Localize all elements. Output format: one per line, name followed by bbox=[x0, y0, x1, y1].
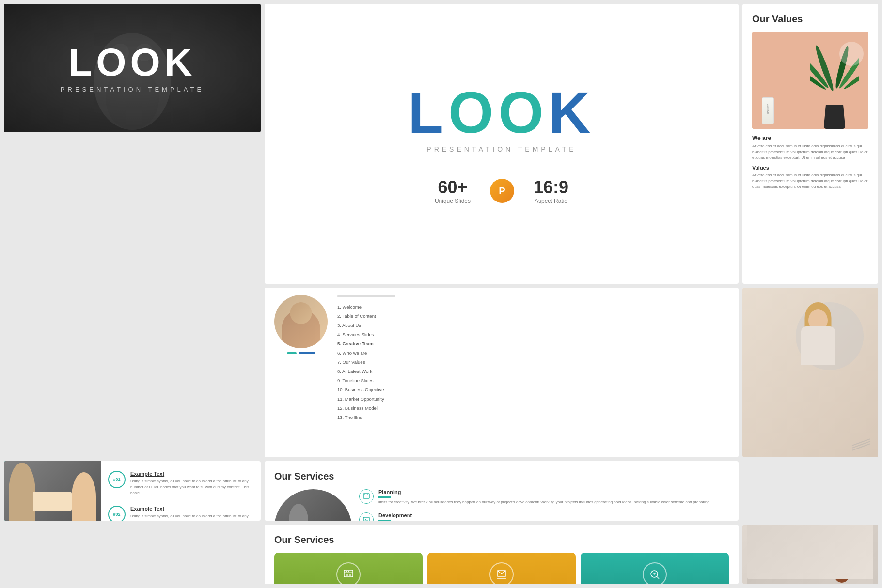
toc-item-11: 11. Market Opportunity bbox=[337, 394, 729, 403]
slide1-subtitle: PRESENTATION TEMPLATE bbox=[61, 86, 204, 93]
services-list-title: Our Services bbox=[274, 471, 729, 482]
slide-services-cards: Our Services Example text limits for cre… bbox=[265, 525, 739, 584]
about-item-2-content: Example Text Using a simple syntax, all … bbox=[130, 506, 253, 521]
person-figure bbox=[779, 297, 857, 404]
person-2 bbox=[72, 472, 96, 521]
toc-photo-area bbox=[274, 295, 328, 450]
toc-content: 1. Welcome 2. Table of Content 3. About … bbox=[274, 295, 729, 450]
about-right-panel: #01 Example Text Using a simple syntax, … bbox=[101, 461, 261, 521]
values-text-area: We are At vero eos et accusamus et iusto… bbox=[752, 135, 868, 194]
person-1 bbox=[9, 463, 35, 521]
about-left-panel: Abouts Us Using a simple syntax, all you… bbox=[4, 461, 101, 521]
toc-list-area: 1. Welcome 2. Table of Content 3. About … bbox=[337, 295, 729, 450]
toc-item-8: 8. At Latest Work bbox=[337, 367, 729, 376]
services-cards-title: Our Services bbox=[274, 534, 729, 545]
about-item-1: #01 Example Text Using a simple syntax, … bbox=[108, 471, 253, 496]
slide-about-us: Abouts Us Using a simple syntax, all you… bbox=[4, 461, 261, 521]
slide-table-of-content: 1. Welcome 2. Table of Content 3. About … bbox=[265, 288, 739, 457]
values-section-label: Values bbox=[752, 165, 868, 170]
stat-ratio: 16:9 Aspect Ratio bbox=[534, 177, 568, 204]
about-item-1-num: #01 bbox=[108, 471, 126, 488]
toc-item-6: 6. Who we are bbox=[337, 348, 729, 357]
card3-icon-svg bbox=[649, 569, 661, 580]
toc-list: 1. Welcome 2. Table of Content 3. About … bbox=[337, 302, 729, 422]
look-stats: 60+ Unique Slides P 16:9 Aspect Ratio bbox=[435, 177, 568, 204]
about-item-2-desc: Using a simple syntax, all you have to d… bbox=[130, 513, 253, 521]
look-letter-k: K bbox=[549, 80, 596, 145]
look-big-title: LOOK bbox=[408, 83, 596, 141]
toc-item-4: 4. Services Slides bbox=[337, 330, 729, 339]
values-desc-2: At vero eos et accusamus et iusto odio d… bbox=[752, 172, 868, 190]
toc-accent-bars bbox=[287, 352, 315, 354]
about-item-2-title: Example Text bbox=[130, 506, 253, 511]
svg-rect-24 bbox=[346, 574, 348, 576]
slide-lady-desk bbox=[742, 288, 878, 457]
development-title: Development bbox=[378, 512, 709, 518]
stat-ratio-num: 16:9 bbox=[534, 177, 568, 198]
svg-point-23 bbox=[348, 571, 349, 572]
stat-slides: 60+ Unique Slides bbox=[435, 177, 471, 204]
svg-rect-14 bbox=[363, 517, 369, 521]
services-cards-grid: Example text limits for creativity. We b… bbox=[274, 553, 729, 584]
planning-icon-circle bbox=[359, 489, 374, 504]
svg-line-28 bbox=[657, 576, 659, 579]
toc-item-9: 9. Timeline Slides bbox=[337, 376, 729, 385]
toc-profile-photo bbox=[274, 295, 328, 348]
look-letter-l: L bbox=[408, 80, 448, 145]
toc-title-bar bbox=[337, 295, 395, 297]
about-item-2-num: #02 bbox=[108, 506, 126, 521]
look-big-subtitle: PRESENTATION TEMPLATE bbox=[426, 145, 576, 153]
slide-look-center: LOOK PRESENTATION TEMPLATE 60+ Unique Sl… bbox=[265, 4, 739, 284]
person-head bbox=[290, 302, 312, 324]
development-accent bbox=[378, 520, 391, 521]
decorative-circle-values bbox=[839, 42, 864, 66]
about-item-1-content: Example Text Using a simple syntax, all … bbox=[130, 471, 253, 496]
values-photo-area: HONEST bbox=[752, 32, 868, 129]
product-bottle: HONEST bbox=[762, 97, 774, 124]
service-card-green: Example text limits for creativity. We b… bbox=[274, 553, 423, 584]
collage-bg: Lorem ipsum dolor sit amet consectetur bbox=[742, 525, 878, 584]
toc-item-13: 13. The End bbox=[337, 413, 729, 422]
development-icon-circle bbox=[359, 512, 374, 521]
about-item-1-title: Example Text bbox=[130, 471, 253, 477]
values-we-are: We are bbox=[752, 135, 868, 141]
desk-surface bbox=[33, 492, 72, 511]
service-card-yellow: Example text limits for creativity. We b… bbox=[427, 553, 576, 584]
services-left-content: Planning limits for creativity. We break… bbox=[274, 489, 729, 521]
development-icon bbox=[363, 516, 370, 521]
toc-bar-teal bbox=[287, 352, 297, 354]
toc-item-2: 2. Table of Content bbox=[337, 311, 729, 321]
card1-icon-svg bbox=[343, 569, 354, 580]
slide-services-list: Our Services bbox=[265, 461, 739, 521]
stat-slides-label: Unique Slides bbox=[435, 198, 471, 204]
stat-ratio-label: Aspect Ratio bbox=[534, 198, 568, 204]
toc-item-5: 5. Creative Team bbox=[337, 339, 729, 348]
collage-bottom-photo: Lorem ipsum dolor sit amet consectetur bbox=[747, 525, 873, 579]
planning-accent bbox=[378, 496, 391, 498]
toc-item-12: 12. Business Model bbox=[337, 403, 729, 413]
toc-bar-blue bbox=[299, 352, 315, 354]
slide-our-values: Our Values HONEST We are At vero eos et … bbox=[742, 4, 878, 284]
card1-icon bbox=[336, 562, 361, 584]
slide-look-dark: LOOK PRESENTATION TEMPLATE bbox=[4, 4, 261, 132]
toc-item-10: 10. Business Objective bbox=[337, 385, 729, 394]
slide1-title: LOOK bbox=[61, 43, 204, 82]
card3-icon bbox=[643, 562, 667, 584]
values-title: Our Values bbox=[752, 14, 868, 25]
values-desc-1: At vero eos et accusamus et iusto odio d… bbox=[752, 143, 868, 161]
look-letter-o1: O bbox=[448, 80, 498, 145]
lady-bg bbox=[742, 288, 878, 457]
about-item-2: #02 Example Text Using a simple syntax, … bbox=[108, 506, 253, 521]
ppt-letter: P bbox=[499, 186, 505, 197]
services-circle-photo bbox=[274, 489, 352, 521]
svg-rect-25 bbox=[349, 574, 351, 576]
service-card-teal: Example text limits for creativity. We b… bbox=[581, 553, 729, 584]
slide1-content: LOOK PRESENTATION TEMPLATE bbox=[61, 43, 204, 93]
card2-icon-svg bbox=[496, 569, 507, 580]
powerpoint-icon: P bbox=[490, 179, 514, 203]
body-torso bbox=[801, 326, 835, 365]
toc-item-3: 3. About Us bbox=[337, 321, 729, 330]
planning-desc: limits for creativity. We break all boun… bbox=[378, 499, 709, 505]
about-bottom-photo bbox=[4, 461, 101, 521]
product-label: HONEST bbox=[767, 104, 770, 115]
